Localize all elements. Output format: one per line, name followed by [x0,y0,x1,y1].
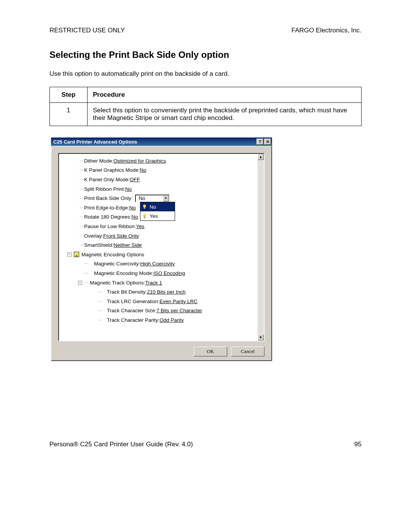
lock-icon: 🔒 [74,252,79,257]
help-button[interactable]: ? [256,139,263,145]
dither-label: Dither Mode: [84,158,113,164]
procedure-table: Step Procedure 1 Select this option to c… [49,87,362,126]
track-char-parity-label: Track Character Parity: [107,317,159,323]
kpanel-only-label: K Panel Only Mode: [84,177,130,182]
pause-low-ribbon-label: Pause for Low Ribbon: [84,224,136,229]
smartshield-label: SmartShield: [84,242,113,248]
kpanel-only-value[interactable]: OFF [130,177,140,182]
ok-button[interactable]: OK [194,347,227,356]
track-char-size-value[interactable]: 7 Bits per Character [156,308,202,313]
step-procedure: Select this option to conveniently print… [88,103,362,126]
mag-encoding-mode-value[interactable]: ISO Encoding [153,270,185,276]
mag-options-label: Magnetic Encoding Options [81,252,144,257]
rotate180-value[interactable]: No [132,214,138,220]
cancel-button[interactable]: Cancel [231,347,264,356]
track-bit-density-value[interactable]: 210 Bits per Inch [147,289,185,295]
edge-to-edge-label: Print Edge-to-Edge: [84,205,129,211]
track-char-size-label: Track Character Size: [107,308,156,313]
intro-text: Use this option to automatically print o… [49,70,362,78]
dialog-title: C25 Card Printer Advanced Options [53,139,137,145]
track-char-parity-value[interactable]: Odd Parity [159,317,184,323]
mag-coercivity-label: Magnetic Coercivity: [94,261,140,267]
overlay-label: Overlay: [84,233,103,239]
options-tree[interactable]: ┈┈Dither Mode: Optimized for Graphics ┈┈… [59,154,258,340]
header-left: RESTRICTED USE ONLY [49,27,125,34]
smartshield-value[interactable]: Neither Side [113,242,142,248]
mag-encoding-mode-label: Magnetic Encoding Mode: [94,270,153,276]
edge-to-edge-value[interactable]: No [129,205,136,211]
split-ribbon-label: Split Ribbon Print: [84,186,125,192]
scroll-up-icon[interactable]: ▲ [258,154,264,160]
expand-icon[interactable]: − [78,281,82,285]
rotate180-label: Rotate 180 Degrees: [84,214,132,220]
track-lrc-label: Track LRC Generation: [107,299,159,304]
scroll-down-icon[interactable]: ▼ [258,334,264,340]
step-number: 1 [50,103,88,126]
kpanel-graphics-label: K Panel Graphics Mode: [84,167,140,173]
print-back-combo-value: No [136,195,163,201]
split-ribbon-value[interactable]: No [125,186,132,192]
col-step-header: Step [50,87,88,103]
scrollbar[interactable]: ▲ ▼ [258,154,264,340]
expand-icon[interactable]: − [67,252,72,257]
mag-coercivity-value[interactable]: High Coercivity [140,261,175,267]
track-lrc-value[interactable]: Even Parity LRC [159,299,198,304]
pause-low-ribbon-value[interactable]: Yes [136,224,145,229]
dialog-titlebar[interactable]: C25 Card Printer Advanced Options ? ✕ [51,137,272,146]
page-number: 95 [354,441,362,448]
header-right: FARGO Electronics, Inc. [292,27,362,34]
kpanel-graphics-value[interactable]: No [140,167,146,173]
overlay-value[interactable]: Front Side Only [103,233,139,239]
dither-value[interactable]: Optimized for Graphics [113,158,166,164]
chevron-down-icon[interactable]: ▼ [163,195,169,201]
advanced-options-dialog: C25 Card Printer Advanced Options ? ✕ ┈┈… [51,137,272,361]
mag-track-options-label: Magnetic Track Options: [90,280,145,286]
page-title: Selecting the Print Back Side Only optio… [49,50,362,60]
print-back-label: Print Back Side Only: [84,195,133,201]
print-back-combo[interactable]: No ▼ [135,195,170,202]
mag-track-options-value[interactable]: Track 1 [145,280,162,286]
col-procedure-header: Procedure [88,87,362,103]
close-button[interactable]: ✕ [264,139,271,145]
footer-left: Persona® C25 Card Printer User Guide (Re… [49,441,193,448]
scroll-track[interactable] [258,160,264,334]
track-bit-density-label: Track Bit Density: [107,289,147,295]
